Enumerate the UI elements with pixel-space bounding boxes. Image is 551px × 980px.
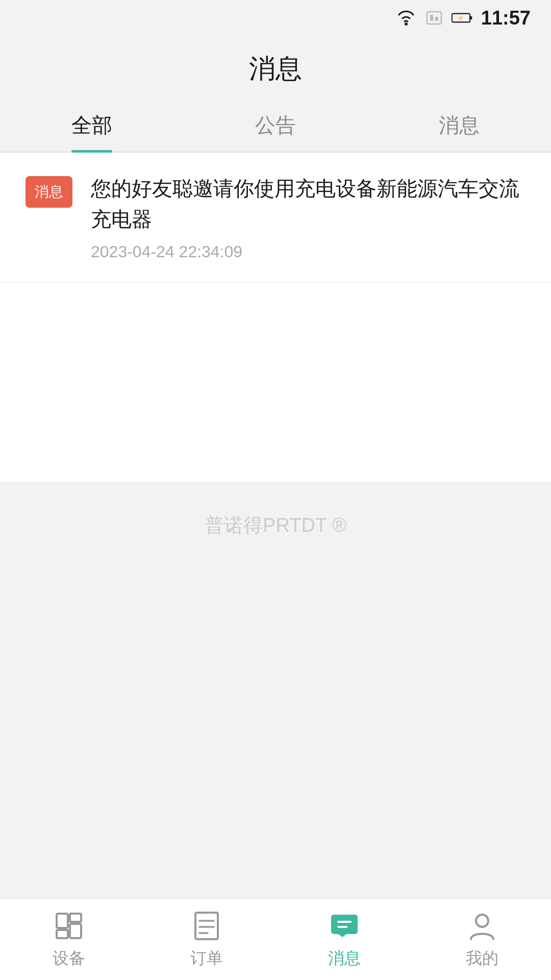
message-list: 消息 您的好友聪邀请你使用充电设备新能源汽车交流充电器 2023-04-24 2…: [0, 153, 551, 482]
message-time: 2023-04-24 22:34:09: [91, 242, 525, 261]
status-bar: ⚡ 11:57: [0, 0, 551, 36]
nav-label-device: 设备: [53, 947, 85, 970]
svg-rect-5: [470, 16, 472, 20]
message-badge: 消息: [26, 176, 72, 208]
svg-rect-3: [435, 17, 438, 21]
nav-label-mine: 我的: [466, 947, 498, 970]
sim-icon: [425, 10, 443, 26]
svg-rect-8: [57, 930, 68, 938]
svg-marker-18: [338, 934, 346, 937]
message-content: 您的好友聪邀请你使用充电设备新能源汽车交流充电器 2023-04-24 22:3…: [91, 173, 525, 261]
svg-point-19: [476, 915, 488, 927]
status-icons: ⚡ 11:57: [395, 7, 531, 29]
nav-item-order[interactable]: 订单: [138, 910, 276, 970]
svg-point-0: [405, 22, 408, 26]
nav-label-order: 订单: [190, 947, 223, 970]
status-time: 11:57: [481, 7, 531, 29]
svg-rect-10: [70, 924, 81, 938]
device-icon: [53, 910, 85, 942]
nav-label-message: 消息: [328, 947, 361, 970]
svg-rect-15: [331, 915, 358, 934]
svg-text:⚡: ⚡: [457, 14, 464, 21]
message-item[interactable]: 消息 您的好友聪邀请你使用充电设备新能源汽车交流充电器 2023-04-24 2…: [0, 153, 551, 282]
nav-item-message[interactable]: 消息: [276, 910, 413, 970]
page-title: 消息: [0, 36, 551, 97]
battery-icon: ⚡: [452, 11, 473, 24]
tab-announcement[interactable]: 公告: [184, 97, 367, 152]
wifi-icon: [395, 10, 417, 26]
svg-rect-7: [57, 914, 68, 928]
svg-rect-9: [70, 914, 81, 922]
mine-icon: [466, 910, 498, 942]
svg-rect-11: [195, 913, 218, 939]
tab-all[interactable]: 全部: [0, 97, 184, 152]
content-spacer: [0, 569, 551, 898]
bottom-nav: 设备 订单 消息 我的: [0, 898, 551, 980]
svg-rect-1: [427, 12, 441, 24]
svg-rect-2: [430, 15, 433, 21]
message-nav-icon: [328, 910, 361, 942]
message-text: 您的好友聪邀请你使用充电设备新能源汽车交流充电器: [91, 173, 525, 234]
watermark: 普诺得PRTDT ®: [0, 482, 551, 569]
tab-message[interactable]: 消息: [367, 97, 551, 152]
order-icon: [190, 910, 223, 942]
nav-item-mine[interactable]: 我的: [413, 910, 551, 970]
tabs-container: 全部 公告 消息: [0, 97, 551, 153]
nav-item-device[interactable]: 设备: [0, 910, 138, 970]
